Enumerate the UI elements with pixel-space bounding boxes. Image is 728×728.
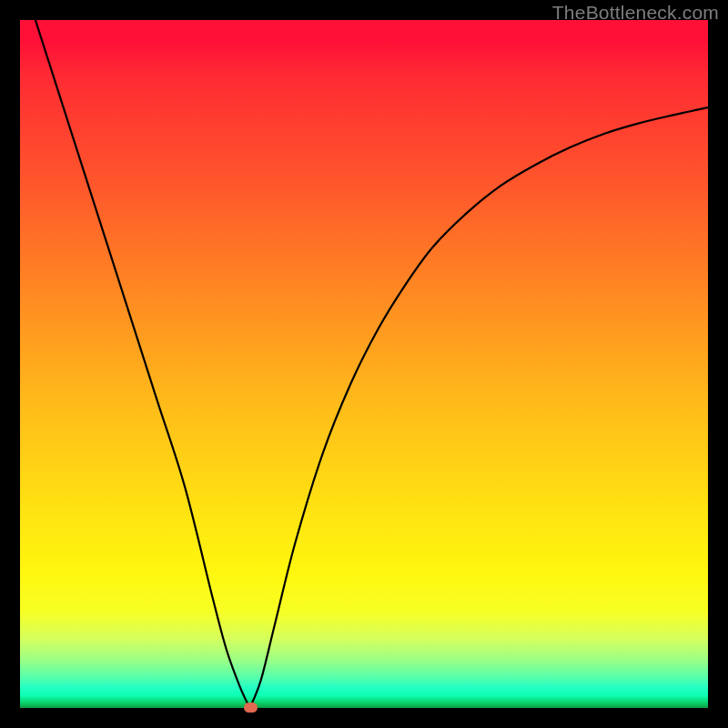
chart-frame: TheBottleneck.com	[0, 0, 728, 728]
watermark-text: TheBottleneck.com	[552, 2, 719, 24]
optimal-point-marker	[244, 703, 258, 713]
bottleneck-curve	[20, 20, 708, 708]
plot-area	[20, 20, 708, 708]
